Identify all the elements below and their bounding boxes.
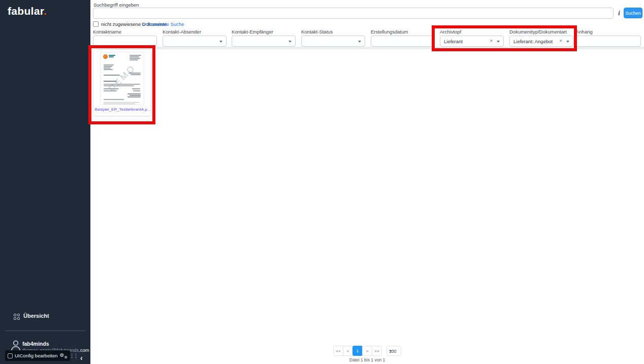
thumbnail-text-line	[104, 66, 112, 67]
thumbnail-text-line	[127, 93, 141, 94]
main-content: Suchbegriff eingeben i Suchen nicht zuge…	[90, 0, 644, 364]
thumbnail-text-line	[127, 96, 141, 97]
sidebar: fabular. Übersicht fab4minds thomas.gant…	[0, 0, 90, 364]
filter-erstellungsdatum: Erstellungsdatum	[371, 29, 435, 47]
demo-watermark: DEMO	[107, 62, 138, 94]
sidebar-item-label: Übersicht	[23, 313, 49, 319]
clear-icon[interactable]: ×	[490, 38, 493, 44]
filter-dokumenttyp: Dokumenttyp/Dokumentart Lieferant: Angeb…	[509, 29, 573, 47]
chevron-down-icon	[389, 350, 392, 352]
page-next-button[interactable]: >	[362, 346, 372, 356]
thumbnail-text-line	[132, 88, 140, 89]
filter-label: Kontaktname	[93, 29, 157, 35]
thumbnail-text-line	[130, 59, 138, 60]
filter-label: Archivtopf	[440, 29, 504, 35]
kontakt-empfaenger-select[interactable]	[232, 36, 296, 47]
drag-handle-icon[interactable]: ⋮⋮	[70, 353, 78, 358]
pagination-summary: Datei 1 bis 1 von 1	[90, 357, 644, 362]
filter-section-divider	[90, 47, 644, 49]
gear-icon[interactable]: ⚙⚙	[60, 353, 68, 359]
kontaktname-input[interactable]	[93, 36, 157, 47]
sidebar-collapse-chevron-icon[interactable]: ‹	[80, 354, 83, 362]
select-value: Lieferant: Angebot	[513, 39, 553, 44]
thumbnail-text-line	[130, 55, 141, 56]
search-label: Suchbegriff eingeben	[93, 2, 139, 8]
chevron-down-icon	[566, 41, 569, 43]
filter-label: Anhang	[576, 29, 641, 35]
logo-text: fabular	[8, 5, 44, 17]
filter-kontakt-empfaenger: Kontakt-Empfänger	[232, 29, 296, 47]
kontakt-status-select[interactable]	[301, 36, 365, 47]
kontakt-absender-select[interactable]	[163, 36, 227, 47]
thumbnail-text-line	[104, 104, 135, 104]
anhang-input[interactable]	[576, 36, 641, 47]
thumbnail-text-line	[130, 56, 139, 57]
advanced-search-link[interactable]: Erweiterte Suche	[147, 21, 184, 27]
sidebar-item-uebersicht[interactable]: Übersicht	[0, 311, 90, 324]
filter-label: Kontakt-Empfänger	[232, 29, 296, 35]
select-value: Lieferant	[444, 39, 463, 44]
pagination: << < 1 > >> 100	[90, 346, 644, 356]
document-thumbnail[interactable]: DEMO	[100, 52, 144, 105]
user-name: fab4minds	[22, 341, 49, 347]
thumbnail-text-line	[104, 64, 114, 65]
filter-kontaktname: Kontaktname	[93, 29, 157, 47]
page-size-select[interactable]: 100	[387, 346, 401, 356]
uiconfig-checkbox[interactable]	[8, 353, 13, 358]
thumbnail-text-line	[104, 69, 113, 70]
info-icon[interactable]: i	[617, 10, 622, 17]
chevron-down-icon	[288, 41, 292, 43]
dashboard-grid-icon	[14, 314, 20, 320]
app-root: fabular. Übersicht fab4minds thomas.gant…	[0, 0, 644, 364]
uiconfig-toolbar: UIConfig bearbeiten ⚙⚙ ⋮⋮	[5, 350, 70, 361]
thumbnail-text-line	[130, 58, 140, 59]
chevron-down-icon	[497, 41, 500, 43]
page-number-button[interactable]: 1	[352, 346, 363, 356]
search-input[interactable]	[93, 8, 614, 19]
filter-label: Dokumenttyp/Dokumentart	[509, 29, 573, 35]
logo-dot: .	[44, 5, 47, 17]
pager-buttons: << < 1 > >>	[333, 346, 382, 356]
thumbnail-text-line	[104, 99, 124, 100]
sidebar-divider	[5, 330, 85, 331]
filter-kontakt-absender: Kontakt-Absender	[163, 29, 227, 47]
page-first-button[interactable]: <<	[333, 346, 343, 356]
thumbnail-text-line	[104, 68, 111, 69]
uiconfig-label: UIConfig bearbeiten	[15, 353, 58, 358]
page-last-button[interactable]: >>	[372, 346, 382, 356]
filter-kontakt-status: Kontakt-Status	[301, 29, 365, 47]
filter-anhang: Anhang	[576, 29, 641, 47]
filter-label: Kontakt-Absender	[163, 29, 227, 35]
dokumenttyp-select[interactable]: Lieferant: Angebot ×	[509, 36, 573, 47]
filter-label: Kontakt-Status	[301, 29, 365, 35]
document-filename-link[interactable]: Beispiel_ER_TestlieferantA.p...	[93, 107, 152, 112]
thumbnail-text-line	[104, 102, 139, 103]
thumbnail-text-line	[109, 55, 115, 56]
archivtopf-select[interactable]: Lieferant ×	[440, 36, 504, 47]
thumbnail-text-line	[130, 95, 141, 96]
chevron-down-icon	[219, 41, 222, 43]
filter-label: Erstellungsdatum	[371, 29, 435, 35]
chevron-down-icon	[358, 41, 361, 43]
app-logo: fabular.	[8, 5, 47, 17]
unassigned-documents-checkbox[interactable]	[93, 21, 99, 27]
thumbnail-text-line	[133, 90, 140, 91]
document-card[interactable]: DEMO Beispiel_ER_TestlieferantA.p...	[93, 49, 151, 116]
user-email-suffix: .com	[79, 347, 89, 353]
filter-archivtopf: Archivtopf Lieferant ×	[440, 29, 504, 47]
page-prev-button[interactable]: <	[343, 346, 353, 356]
search-button[interactable]: Suchen	[624, 8, 642, 18]
thumbnail-text-line	[109, 56, 114, 57]
clear-icon[interactable]: ×	[559, 38, 562, 44]
supplier-logo-icon	[103, 54, 108, 59]
erstellungsdatum-input[interactable]	[371, 36, 435, 47]
